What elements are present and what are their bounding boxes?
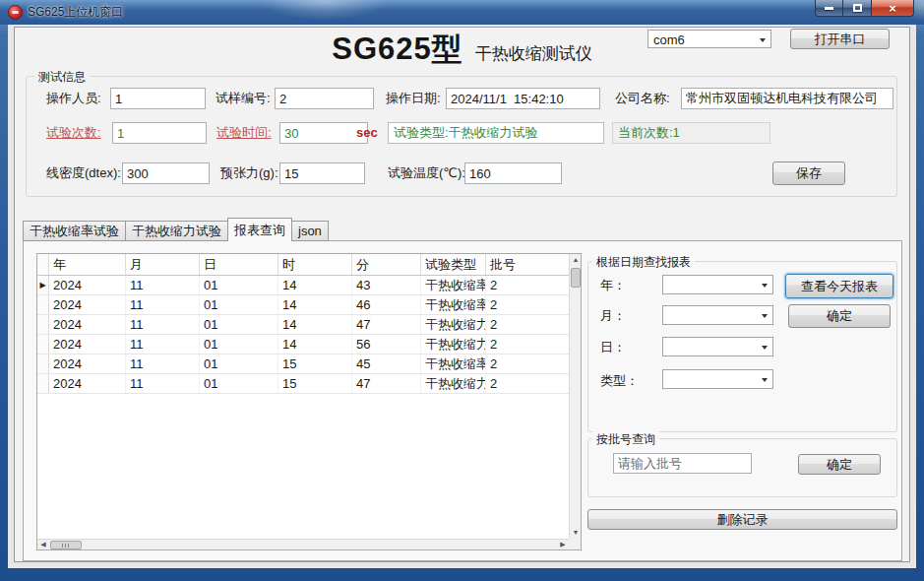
table-cell: 2024 bbox=[49, 335, 126, 354]
table-cell: 11 bbox=[126, 276, 200, 294]
test-count-input[interactable] bbox=[112, 122, 207, 144]
minimize-button[interactable] bbox=[815, 0, 843, 17]
density-input[interactable] bbox=[122, 162, 210, 184]
vertical-scroll-thumb[interactable] bbox=[571, 268, 581, 288]
table-cell: 11 bbox=[126, 295, 200, 314]
scroll-down-icon[interactable]: ▼ bbox=[570, 527, 582, 539]
maximize-icon bbox=[853, 4, 862, 12]
temperature-label: 试验温度(℃): bbox=[388, 162, 465, 184]
scroll-up-icon[interactable]: ▲ bbox=[570, 254, 582, 266]
main-panel: SG625型 干热收缩测试仪 com6 打开串口 测试信息 操作人员: 试样编号… bbox=[14, 27, 910, 562]
table-cell: 干热收缩率试 bbox=[421, 355, 486, 373]
batch-search-group: 按批号查询 确定 bbox=[587, 438, 897, 497]
table-cell: 11 bbox=[126, 355, 200, 373]
operator-input[interactable] bbox=[110, 88, 206, 109]
column-header[interactable]: 试验类型 bbox=[421, 254, 486, 275]
save-button[interactable]: 保存 bbox=[772, 161, 845, 185]
year-select[interactable] bbox=[662, 275, 773, 294]
com-port-select[interactable]: com6 bbox=[647, 30, 771, 48]
column-header[interactable]: 分 bbox=[352, 254, 421, 275]
test-info-group-title: 测试信息 bbox=[34, 69, 90, 86]
column-header[interactable]: 月 bbox=[126, 254, 200, 275]
operator-label: 操作人员: bbox=[46, 88, 101, 109]
table-cell: 11 bbox=[126, 335, 200, 354]
close-button[interactable]: × bbox=[872, 0, 914, 17]
company-label: 公司名称: bbox=[615, 88, 670, 109]
sample-no-input[interactable] bbox=[275, 88, 374, 109]
test-type-display: 试验类型:干热收缩力试验 bbox=[388, 122, 604, 144]
report-grid-body: ▶202411011443干热收缩率试2202411011446干热收缩率试22… bbox=[37, 276, 569, 539]
table-row[interactable]: 202411011456干热收缩力试2 bbox=[37, 335, 569, 355]
table-cell: 01 bbox=[200, 374, 278, 393]
vertical-scrollbar[interactable]: ▲ ▼ bbox=[569, 254, 581, 539]
temperature-input[interactable] bbox=[464, 162, 562, 184]
window-client-area: SG625型 干热收缩测试仪 com6 打开串口 测试信息 操作人员: 试样编号… bbox=[8, 25, 916, 568]
table-cell: 2 bbox=[486, 355, 569, 373]
table-cell: 01 bbox=[200, 355, 278, 373]
table-cell: 14 bbox=[278, 295, 352, 314]
month-select[interactable] bbox=[662, 305, 773, 325]
density-label: 线密度(dtex): bbox=[46, 162, 121, 184]
table-cell: 45 bbox=[352, 355, 421, 373]
device-name: 干热收缩测试仪 bbox=[475, 42, 592, 65]
com-port-value: com6 bbox=[653, 32, 685, 47]
table-cell: 46 bbox=[352, 295, 421, 314]
view-today-report-button[interactable]: 查看今天报表 bbox=[785, 274, 893, 298]
table-cell: 14 bbox=[278, 276, 352, 294]
table-row[interactable]: 202411011547干热收缩力试2 bbox=[37, 374, 569, 394]
tab-report-query[interactable]: 报表查询 bbox=[227, 218, 292, 241]
table-row[interactable]: 202411011447干热收缩力试2 bbox=[37, 315, 569, 335]
batch-search-group-title: 按批号查询 bbox=[592, 431, 659, 448]
column-header[interactable]: 日 bbox=[200, 254, 278, 275]
column-header[interactable]: 时 bbox=[278, 254, 352, 275]
horizontal-scrollbar[interactable]: ◀ ▶ bbox=[37, 539, 569, 549]
table-cell: 2 bbox=[486, 276, 569, 294]
test-time-label: 试验时间: bbox=[216, 122, 272, 144]
row-marker: ▶ bbox=[37, 276, 49, 294]
day-select[interactable] bbox=[662, 337, 773, 356]
open-serial-button[interactable]: 打开串口 bbox=[790, 29, 890, 49]
table-row[interactable]: 202411011545干热收缩率试2 bbox=[37, 355, 569, 374]
date-label: 操作日期: bbox=[386, 88, 441, 109]
tab-strip: 干热收缩率试验 干热收缩力试验 报表查询 json bbox=[23, 218, 328, 241]
table-cell: 01 bbox=[200, 295, 278, 314]
chevron-down-icon bbox=[762, 284, 768, 288]
date-input[interactable] bbox=[446, 88, 600, 109]
scroll-left-icon[interactable]: ◀ bbox=[37, 540, 49, 550]
table-cell: 干热收缩力试 bbox=[421, 315, 486, 334]
table-cell: 56 bbox=[352, 335, 421, 354]
table-row[interactable]: 202411011446干热收缩率试2 bbox=[37, 295, 569, 315]
test-time-input[interactable] bbox=[279, 122, 368, 144]
horizontal-scroll-thumb[interactable] bbox=[50, 541, 82, 549]
column-header[interactable]: 批号 bbox=[486, 254, 571, 275]
scroll-right-icon[interactable]: ▶ bbox=[557, 540, 569, 550]
table-cell: 干热收缩力试 bbox=[421, 335, 486, 354]
table-cell: 15 bbox=[278, 374, 352, 393]
table-cell: 47 bbox=[352, 374, 421, 393]
table-cell: 01 bbox=[200, 315, 278, 334]
row-marker bbox=[37, 295, 49, 314]
date-confirm-button[interactable]: 确定 bbox=[788, 304, 891, 328]
row-marker bbox=[37, 355, 49, 373]
table-row[interactable]: ▶202411011443干热收缩率试2 bbox=[37, 276, 569, 295]
tab-shrink-force-test[interactable]: 干热收缩力试验 bbox=[125, 221, 228, 241]
table-cell: 干热收缩率试 bbox=[421, 295, 486, 314]
table-cell: 2024 bbox=[49, 295, 126, 314]
maximize-button[interactable] bbox=[843, 0, 872, 17]
delete-record-button[interactable]: 删除记录 bbox=[587, 509, 897, 530]
batch-confirm-button[interactable]: 确定 bbox=[798, 454, 881, 475]
batch-no-input[interactable] bbox=[613, 453, 752, 474]
test-info-group: 测试信息 操作人员: 试样编号: 操作日期: 公司名称: 试验次数: 试验时间:… bbox=[26, 76, 897, 197]
tab-json[interactable]: json bbox=[291, 221, 329, 241]
table-cell: 2 bbox=[486, 295, 569, 314]
table-cell: 2 bbox=[486, 374, 569, 393]
company-input[interactable] bbox=[681, 88, 893, 109]
day-label: 日： bbox=[600, 337, 626, 357]
titlebar[interactable]: SG625上位机窗口 × bbox=[0, 0, 924, 25]
pretension-input[interactable] bbox=[279, 162, 365, 184]
tab-shrink-rate-test[interactable]: 干热收缩率试验 bbox=[23, 221, 126, 241]
type-select[interactable] bbox=[662, 369, 773, 389]
report-grid[interactable]: 年月日时分试验类型批号 ▶202411011443干热收缩率试220241101… bbox=[36, 253, 582, 550]
row-marker-header bbox=[37, 254, 49, 275]
column-header[interactable]: 年 bbox=[49, 254, 126, 275]
